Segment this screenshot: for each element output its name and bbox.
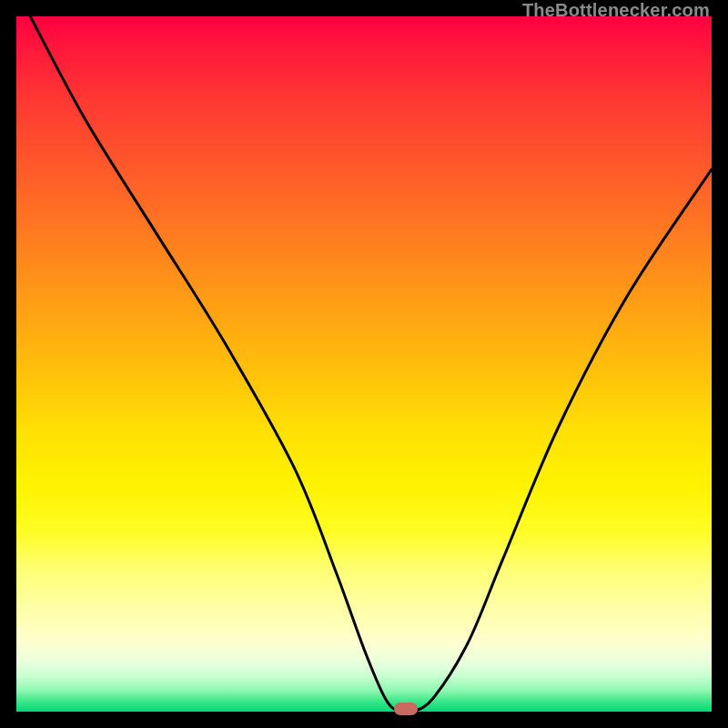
bottleneck-curve [16,16,712,712]
plot-area [16,16,712,712]
optimal-marker [394,703,418,715]
chart-frame: TheBottlenecker.com [0,0,728,728]
